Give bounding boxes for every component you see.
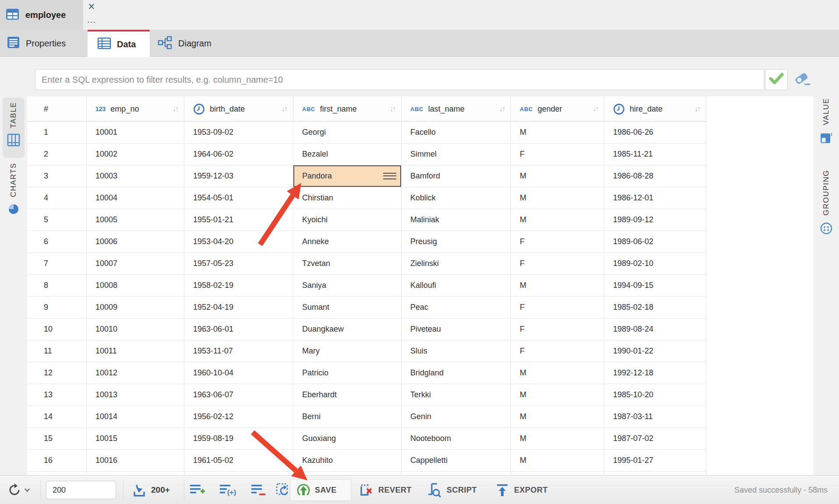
row-number-cell[interactable]: 14 [27, 406, 87, 428]
data-cell-birth_date[interactable]: 1959-12-03 [184, 165, 293, 187]
fetch-size-input[interactable] [46, 481, 116, 499]
data-cell-last_name[interactable]: Nooteboom [402, 428, 511, 450]
data-cell-birth_date[interactable]: 1963-06-07 [184, 384, 293, 406]
data-cell-first_name[interactable] [293, 472, 402, 475]
data-cell-birth_date[interactable]: 1961-05-02 [184, 450, 293, 472]
data-cell-birth_date[interactable]: 1952-04-19 [184, 297, 293, 318]
row-number-cell[interactable]: 16 [27, 450, 87, 472]
data-cell-gender[interactable]: F [511, 340, 604, 362]
data-cell-gender[interactable]: M [511, 450, 604, 472]
data-cell-birth_date[interactable]: 1954-05-01 [184, 187, 293, 209]
sort-icon[interactable]: ↓↑ [390, 96, 395, 122]
panel-tab-grouping[interactable]: GROUPING [815, 170, 837, 253]
data-cell-hire_date[interactable]: 1990-01-22 [604, 340, 706, 362]
data-cell-last_name[interactable]: Maliniak [402, 209, 511, 231]
data-cell-first_name[interactable]: Tzvetan [293, 253, 402, 275]
data-cell-hire_date[interactable]: 1989-09-12 [604, 209, 706, 231]
data-cell-gender[interactable]: M [511, 165, 604, 187]
data-cell-emp_no[interactable]: 10005 [87, 209, 184, 231]
data-cell-hire_date[interactable]: 1985-02-18 [604, 297, 706, 318]
edited-cell-first_name[interactable]: Pandora [293, 165, 402, 187]
data-cell-last_name[interactable]: Genin [402, 406, 511, 428]
data-cell-gender[interactable]: F [511, 144, 604, 165]
data-cell-gender[interactable]: M [511, 362, 604, 384]
script-button[interactable]: SCRIPT [426, 476, 477, 504]
data-cell-hire_date[interactable]: 1989-02-10 [604, 253, 706, 275]
data-cell-hire_date[interactable]: 1986-12-01 [604, 187, 706, 209]
data-cell-emp_no[interactable]: 10015 [87, 428, 184, 450]
data-cell-gender[interactable]: M [511, 187, 604, 209]
export-button[interactable]: EXPORT [495, 476, 548, 504]
data-cell-hire_date[interactable]: 1986-06-26 [604, 122, 706, 144]
add-row-button[interactable] [189, 476, 206, 504]
data-cell-emp_no[interactable]: 10014 [87, 406, 184, 428]
data-cell-last_name[interactable] [402, 472, 511, 475]
data-cell-hire_date[interactable]: 1992-12-18 [604, 362, 706, 384]
data-cell-last_name[interactable]: Terkki [402, 384, 511, 406]
data-cell-birth_date[interactable]: 1953-09-02 [184, 122, 293, 144]
data-cell-emp_no[interactable]: 10004 [87, 187, 184, 209]
panel-tab-table[interactable]: TABLE [3, 98, 25, 158]
data-cell-last_name[interactable]: Bamford [402, 165, 511, 187]
data-cell-emp_no[interactable]: 10010 [87, 318, 184, 340]
data-cell-emp_no[interactable] [87, 472, 184, 475]
data-cell-gender[interactable]: M [511, 406, 604, 428]
tab-properties[interactable]: Properties [0, 30, 88, 57]
sort-icon[interactable]: ↓↑ [499, 96, 504, 122]
data-cell-hire_date[interactable]: 1987-03-11 [604, 406, 706, 428]
data-cell-gender[interactable]: F [511, 318, 604, 340]
data-cell-gender[interactable]: M [511, 122, 604, 144]
data-cell-first_name[interactable]: Duangkaew [293, 318, 402, 340]
cell-menu-icon[interactable] [383, 173, 396, 180]
more-options-icon[interactable]: … [86, 16, 97, 25]
data-cell-last_name[interactable]: Cappelletti [402, 450, 511, 472]
data-cell-gender[interactable] [511, 472, 604, 475]
data-cell-first_name[interactable]: Chirstian [293, 187, 402, 209]
row-number-cell[interactable]: 11 [27, 340, 87, 362]
data-cell-birth_date[interactable]: 1953-11-07 [184, 340, 293, 362]
data-cell-last_name[interactable]: Peac [402, 297, 511, 318]
data-cell-birth_date[interactable]: 1955-01-21 [184, 209, 293, 231]
tab-data[interactable]: Data [88, 30, 150, 57]
data-cell-birth_date[interactable]: 1960-10-04 [184, 362, 293, 384]
row-number-cell[interactable]: 5 [27, 209, 87, 231]
column-header-birth_date[interactable]: birth_date↓↑ [184, 96, 293, 122]
data-cell-birth_date[interactable]: 1956-02-12 [184, 406, 293, 428]
data-cell-gender[interactable]: F [511, 231, 604, 253]
column-header-emp_no[interactable]: 123emp_no↓↑ [87, 96, 184, 122]
data-cell-birth_date[interactable]: 1953-04-20 [184, 231, 293, 253]
data-cell-first_name[interactable]: Anneke [293, 231, 402, 253]
data-cell-first_name[interactable]: Kyoichi [293, 209, 402, 231]
fetch-next-page-button[interactable]: 200+ [131, 476, 170, 504]
sql-filter-input[interactable] [35, 69, 764, 90]
delete-row-button[interactable] [250, 476, 266, 504]
column-header-first_name[interactable]: ABCfirst_name↓↑ [293, 96, 402, 122]
duplicate-row-button[interactable]: (+) [219, 476, 236, 504]
row-number-cell[interactable]: 10 [27, 318, 87, 340]
data-cell-emp_no[interactable]: 10012 [87, 362, 184, 384]
panel-tab-value[interactable]: VALUE I [815, 98, 837, 168]
revert-button[interactable]: REVERT [358, 476, 412, 504]
data-cell-last_name[interactable]: Piveteau [402, 318, 511, 340]
row-number-cell[interactable]: 2 [27, 144, 87, 165]
apply-filter-button[interactable] [765, 69, 788, 90]
data-cell-last_name[interactable]: Kalloufi [402, 275, 511, 297]
data-cell-hire_date[interactable]: 1985-11-21 [604, 144, 706, 165]
data-cell-emp_no[interactable]: 10001 [87, 122, 184, 144]
panel-tab-charts[interactable]: CHARTS [3, 163, 25, 226]
data-cell-hire_date[interactable]: 1995-01-27 [604, 450, 706, 472]
data-cell-first_name[interactable]: Eberhardt [293, 384, 402, 406]
data-cell-gender[interactable]: F [511, 297, 604, 318]
data-cell-birth_date[interactable]: 1957-05-23 [184, 253, 293, 275]
data-cell-birth_date[interactable]: 1964-06-02 [184, 144, 293, 165]
data-cell-birth_date[interactable]: 1959-08-19 [184, 428, 293, 450]
column-header-num[interactable]: # [27, 96, 87, 122]
data-cell-first_name[interactable]: Guoxiang [293, 428, 402, 450]
data-cell-hire_date[interactable]: 1994-09-15 [604, 275, 706, 297]
data-cell-emp_no[interactable]: 10007 [87, 253, 184, 275]
data-cell-hire_date[interactable]: 1989-08-24 [604, 318, 706, 340]
row-number-cell[interactable]: 9 [27, 297, 87, 318]
tab-employee[interactable]: employee [0, 0, 83, 30]
close-icon[interactable]: × [86, 0, 97, 13]
data-cell-hire_date[interactable]: 1985-10-20 [604, 384, 706, 406]
